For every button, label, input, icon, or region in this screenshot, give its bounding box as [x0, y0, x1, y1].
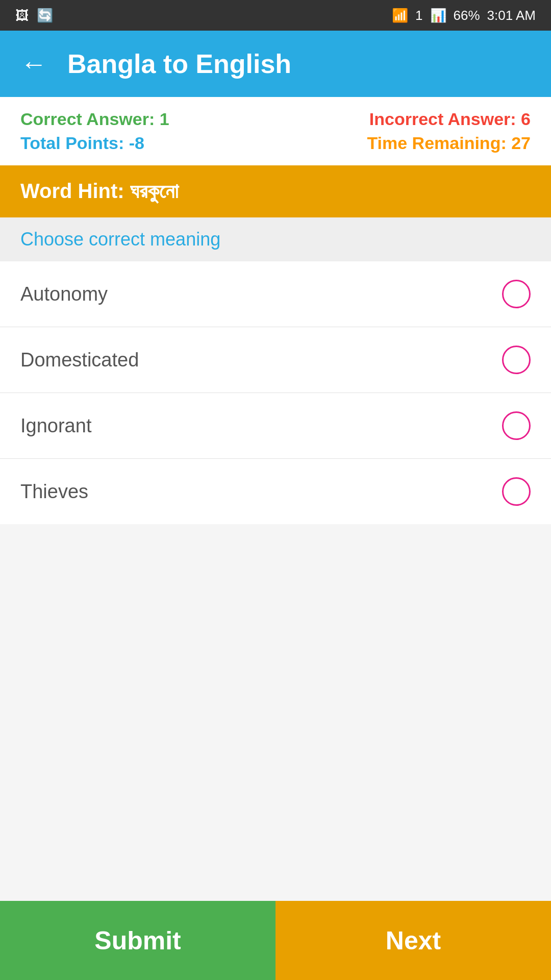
score-left: Correct Answer: 1 Total Points: -8: [20, 109, 169, 153]
option-item-4[interactable]: Thieves: [0, 459, 551, 524]
status-bar-right: 📶 1 📊 66% 3:01 AM: [392, 8, 536, 23]
app-bar-title: Bangla to English: [67, 48, 291, 79]
option-item-1[interactable]: Autonomy: [0, 261, 551, 327]
status-bar: 🖼 🔄 📶 1 📊 66% 3:01 AM: [0, 0, 551, 31]
score-panel: Correct Answer: 1 Total Points: -8 Incor…: [0, 97, 551, 165]
option-text-3: Ignorant: [20, 415, 91, 437]
radio-button-2[interactable]: [502, 346, 531, 374]
sync-icon: 🔄: [37, 8, 53, 23]
wifi-icon: 📶: [392, 8, 408, 23]
score-right: Incorrect Answer: 6 Time Remaining: 27: [367, 109, 531, 153]
image-icon: 🖼: [15, 8, 29, 23]
option-text-2: Domesticated: [20, 349, 139, 371]
incorrect-answer-label: Incorrect Answer: 6: [367, 109, 531, 129]
content-spacer: [0, 524, 551, 901]
back-button[interactable]: ←: [20, 48, 47, 79]
correct-answer-label: Correct Answer: 1: [20, 109, 169, 129]
radio-button-3[interactable]: [502, 411, 531, 440]
submit-button[interactable]: Submit: [0, 901, 276, 980]
sim-icon: 1: [415, 8, 422, 23]
radio-button-4[interactable]: [502, 477, 531, 506]
app-bar: ← Bangla to English: [0, 31, 551, 97]
option-text-1: Autonomy: [20, 283, 108, 305]
battery-percent: 66%: [454, 8, 480, 23]
status-bar-left: 🖼 🔄: [15, 8, 53, 23]
next-label: Next: [386, 926, 441, 955]
time-remaining-label: Time Remaining: 27: [367, 133, 531, 153]
bottom-bar: Submit Next: [0, 901, 551, 980]
main-content: Correct Answer: 1 Total Points: -8 Incor…: [0, 97, 551, 901]
total-points-label: Total Points: -8: [20, 133, 169, 153]
choose-meaning-text: Choose correct meaning: [20, 229, 220, 250]
options-list: Autonomy Domesticated Ignorant Thieves: [0, 261, 551, 524]
option-item-3[interactable]: Ignorant: [0, 393, 551, 459]
option-item-2[interactable]: Domesticated: [0, 327, 551, 393]
next-button[interactable]: Next: [276, 901, 551, 980]
word-hint-text: Word Hint: ঘরকুনো: [20, 180, 179, 202]
option-text-4: Thieves: [20, 481, 88, 503]
signal-icon: 📊: [430, 8, 446, 23]
word-hint-banner: Word Hint: ঘরকুনো: [0, 165, 551, 217]
choose-meaning-label: Choose correct meaning: [0, 217, 551, 261]
time-display: 3:01 AM: [487, 8, 536, 23]
submit-label: Submit: [94, 926, 181, 955]
radio-button-1[interactable]: [502, 280, 531, 308]
